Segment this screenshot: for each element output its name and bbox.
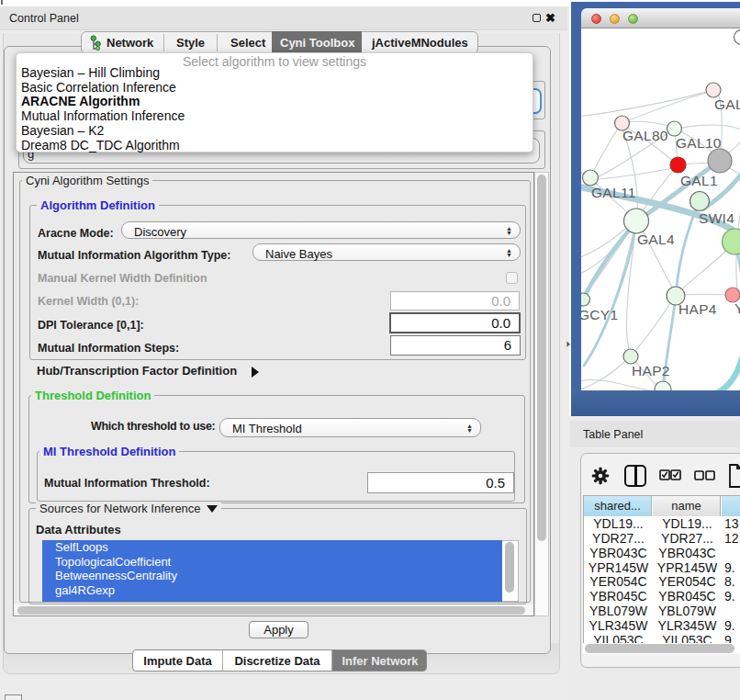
svg-text:GAL80: GAL80 (622, 128, 668, 143)
svg-text:GAL4: GAL4 (637, 231, 675, 247)
svg-text:GCY1: GCY1 (581, 307, 618, 322)
svg-text:HAP2: HAP2 (632, 363, 670, 378)
svg-text:SWI4: SWI4 (699, 210, 734, 226)
svg-text:GAL1: GAL1 (680, 173, 718, 188)
svg-text:GAL11: GAL11 (591, 185, 636, 200)
svg-text:GAL7: GAL7 (714, 96, 740, 112)
svg-text:GAL10: GAL10 (676, 135, 722, 151)
svg-text:Y: Y (734, 300, 740, 316)
svg-text:HAP4: HAP4 (678, 301, 717, 317)
